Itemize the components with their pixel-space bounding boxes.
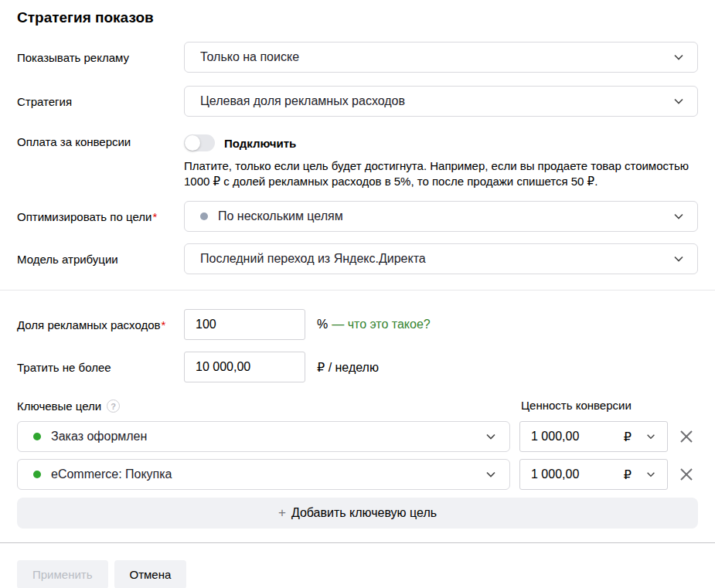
goal-status-dot-icon: [33, 471, 41, 478]
footer-actions: Применить Отмена: [17, 560, 698, 588]
strategy-select[interactable]: Целевая доля рекламных расходов: [184, 86, 698, 117]
goal-selected-value: Заказ оформлен: [51, 430, 147, 444]
key-goal-row: eCommerce: Покупка 1 000,00 ₽: [17, 459, 698, 490]
goal-select[interactable]: Заказ оформлен: [17, 421, 510, 452]
pay-per-conversion-label: Оплата за конверсии: [17, 130, 184, 148]
cost-share-label: Доля рекламных расходов*: [17, 309, 184, 331]
chevron-down-icon: [672, 51, 685, 63]
toggle-knob: [185, 135, 200, 151]
multi-goal-dot-icon: [200, 212, 208, 220]
required-asterisk: *: [152, 210, 157, 223]
toggle-label: Подключить: [224, 137, 296, 150]
row-spend-limit: Тратить не более ₽ / неделю: [17, 352, 698, 382]
row-optimize-goal: Оптимизировать по цели* По нескольким це…: [17, 201, 698, 232]
chevron-down-icon: [645, 431, 656, 442]
key-goal-row: Заказ оформлен 1 000,00 ₽: [17, 421, 698, 452]
cancel-button[interactable]: Отмена: [114, 560, 187, 588]
conversion-value: 1 000,00: [531, 430, 579, 444]
row-show-ads: Показывать рекламу Только на поиске: [17, 42, 698, 73]
help-icon[interactable]: ?: [107, 399, 120, 413]
strategy-settings-panel: Стратегия показов Показывать рекламу Тол…: [0, 0, 715, 588]
goal-selected-value: eCommerce: Покупка: [51, 467, 172, 481]
chevron-down-icon: [672, 210, 685, 223]
conversion-value-header: Ценность конверсии: [521, 399, 632, 412]
key-goals-title: Ключевые цели: [17, 399, 101, 413]
pay-per-conversion-description: Платите, только если цель будет достигну…: [184, 158, 694, 189]
attribution-selected-value: Последний переход из Яндекс.Директа: [200, 252, 426, 266]
optimize-goal-selected-value: По нескольким целям: [218, 209, 343, 223]
row-strategy: Стратегия Целевая доля рекламных расходо…: [17, 86, 698, 117]
what-is-it-link[interactable]: — что это такое?: [332, 318, 431, 331]
spend-limit-input[interactable]: [184, 352, 305, 382]
percent-unit: %: [317, 318, 328, 331]
page-title: Стратегия показов: [17, 0, 698, 26]
optimize-goal-label: Оптимизировать по цели*: [17, 201, 184, 223]
show-ads-selected-value: Только на поиске: [200, 50, 299, 64]
attribution-select[interactable]: Последний переход из Яндекс.Директа: [184, 243, 698, 274]
section-divider: [0, 290, 715, 291]
spend-limit-label: Тратить не более: [17, 352, 184, 374]
row-pay-per-conversion: Оплата за конверсии Подключить Платите, …: [17, 130, 698, 189]
currency-symbol: ₽: [624, 467, 632, 482]
close-icon: [678, 466, 695, 483]
strategy-selected-value: Целевая доля рекламных расходов: [200, 94, 405, 108]
remove-goal-button[interactable]: [676, 464, 696, 484]
remove-goal-button[interactable]: [676, 427, 696, 447]
currency-symbol: ₽: [624, 430, 632, 444]
show-ads-label: Показывать рекламу: [17, 42, 184, 64]
add-key-goal-button[interactable]: + Добавить ключевую цель: [17, 498, 698, 529]
chevron-down-icon: [485, 430, 497, 443]
conversion-value: 1 000,00: [531, 467, 579, 481]
currency-per-week-unit: ₽ / неделю: [317, 360, 379, 375]
conversion-value-input[interactable]: 1 000,00 ₽: [519, 459, 668, 490]
plus-icon: +: [278, 505, 286, 521]
optimize-goal-select[interactable]: По нескольким целям: [184, 201, 698, 232]
chevron-down-icon: [485, 468, 497, 481]
show-ads-select[interactable]: Только на поиске: [184, 42, 698, 73]
required-asterisk: *: [162, 318, 166, 331]
attribution-label: Модель атрибуции: [17, 243, 184, 266]
chevron-down-icon: [672, 253, 685, 265]
pay-per-conversion-toggle[interactable]: [184, 134, 215, 151]
row-cost-share: Доля рекламных расходов* % — что это так…: [17, 309, 698, 340]
footer-divider: [0, 542, 715, 543]
key-goals-header: Ключевые цели ? Ценность конверсии: [17, 398, 698, 414]
add-key-goal-label: Добавить ключевую цель: [291, 506, 437, 520]
chevron-down-icon: [645, 469, 656, 480]
goal-status-dot-icon: [33, 433, 41, 440]
cost-share-input[interactable]: [184, 309, 305, 340]
conversion-value-input[interactable]: 1 000,00 ₽: [519, 421, 668, 452]
close-icon: [678, 428, 695, 445]
row-attribution: Модель атрибуции Последний переход из Ян…: [17, 243, 698, 274]
chevron-down-icon: [672, 95, 685, 107]
goal-select[interactable]: eCommerce: Покупка: [17, 459, 510, 490]
strategy-label: Стратегия: [17, 86, 184, 108]
apply-button[interactable]: Применить: [17, 560, 108, 588]
